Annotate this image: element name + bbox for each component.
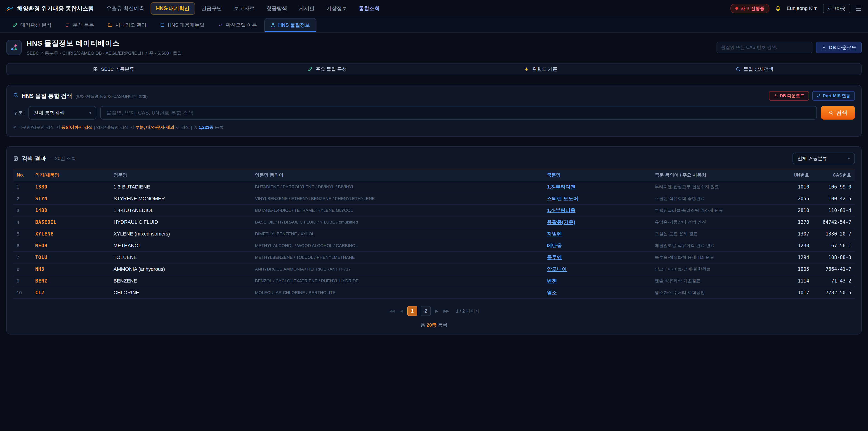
prev-page-button[interactable]: ◀ — [399, 307, 404, 315]
top-nav: 해양환경 위기대응 통합시스템 유출유 확산예측 HNS·대기확산 긴급구난 보… — [0, 0, 868, 17]
substance-korean-synonyms: 벤졸·석유화학 기초원료 — [651, 275, 779, 287]
results-table: No. 약자/제품명 영문명 영문명 동의어 국문명 국문 동의어 / 주요 사… — [13, 169, 855, 299]
nav-item-hns-air-dispersion[interactable]: HNS·대기확산 — [151, 2, 195, 15]
table-row[interactable]: 4 BASEOIL HYDRAULIC FLUID BASE OIL / HYD… — [13, 216, 855, 228]
substance-english-synonyms: DIMETHYLBENZENE / XYLOL — [251, 228, 544, 240]
search-category-select[interactable]: 전체 통합검색 ▾ — [29, 106, 96, 120]
sub-tab-bar: 대기확산 분석 분석 목록 시나리오 관리 HNS 대응매뉴얼 확산모델 이론 … — [0, 17, 868, 33]
table-row[interactable]: 3 14BD 1,4-BUTANEDIOL BUTANE-1,4-DIOL / … — [13, 205, 855, 216]
tab-scenario-management[interactable]: 시나리오 관리 — [101, 18, 153, 32]
page-info: 1 / 2 페이지 — [456, 308, 479, 314]
page-title: HNS 물질정보 데이터베이스 — [27, 38, 182, 49]
substance-korean-name-link[interactable]: 스티렌 모노머 — [547, 196, 578, 202]
substance-english-name: 1,3-BUTADIENE — [110, 181, 251, 193]
bell-icon[interactable] — [775, 5, 781, 11]
substance-korean-name-link[interactable]: 1,4-부탄디올 — [547, 208, 576, 213]
tab-hns-substance-info[interactable]: HNS 물질정보 — [264, 18, 316, 32]
integrated-search-input[interactable] — [100, 106, 817, 120]
table-row[interactable]: 2 STYN STYRENE MONOMER VINYLBENZENE / ET… — [13, 193, 855, 205]
col-abbr: 약자/제품명 — [32, 169, 110, 181]
substance-english-name: CHLORINE — [110, 287, 251, 299]
search-panel-title: HNS 물질 통합 검색 — [22, 92, 72, 100]
substance-korean-name-link[interactable]: 염소 — [547, 290, 557, 296]
table-row[interactable]: 1 13BD 1,3-BUTADIENE BUTADIENE / PYRROLY… — [13, 181, 855, 193]
substance-abbr: 14BD — [32, 205, 110, 216]
col-korean-name: 국문명 — [544, 169, 651, 181]
substance-korean-name-link[interactable]: 윤활유(기유) — [547, 219, 575, 225]
substance-english-synonyms: BUTANE-1,4-DIOL / TETRAMETHYLENE GLYCOL — [251, 205, 544, 216]
col-no: No. — [13, 169, 32, 181]
table-row[interactable]: 5 XYLENE XYLENE (mixed isomers) DIMETHYL… — [13, 228, 855, 240]
logout-button[interactable]: 로그아웃 — [823, 4, 850, 13]
substance-un-number: 1270 — [779, 216, 813, 228]
col-korean-synonyms: 국문 동의어 / 주요 사용처 — [651, 169, 779, 181]
substance-korean-name-link[interactable]: 1,3-부타디엔 — [547, 184, 576, 190]
nav-item-integrated-search[interactable]: 통합조회 — [353, 2, 385, 15]
portmis-link-button[interactable]: Port-MIS 연동 — [812, 91, 855, 100]
section-risk-criteria[interactable]: 위험도 기준 — [434, 63, 648, 75]
nav-item-weather[interactable]: 기상정보 — [321, 2, 352, 15]
substance-cas-number: 71-43-2 — [813, 275, 855, 287]
last-page-button[interactable]: ▶▶ — [442, 307, 450, 315]
tab-air-dispersion-analysis[interactable]: 대기확산 분석 — [6, 18, 58, 32]
section-sebc-classification[interactable]: SEBC 거동분류 — [7, 63, 220, 75]
substance-abbr: 13BD — [32, 181, 110, 193]
page-2-button[interactable]: 2 — [421, 306, 431, 316]
nav-item-reports[interactable]: 보고자료 — [228, 2, 260, 15]
col-english-name: 영문명 — [110, 169, 251, 181]
search-results-panel: 검색 결과 — 20건 조회 전체 거동분류 ▾ No. 약자/제품명 영문명 … — [6, 146, 862, 335]
substance-english-name: 1,4-BUTANEDIOL — [110, 205, 251, 216]
substance-un-number: 2055 — [779, 193, 813, 205]
flask-icon — [271, 23, 276, 28]
substance-korean-synonyms: 부틸렌글리콜·플라스틱 가소제 원료 — [651, 205, 779, 216]
tab-analysis-list[interactable]: 분석 목록 — [59, 18, 100, 32]
nav-item-board[interactable]: 게시판 — [293, 2, 320, 15]
substance-english-synonyms: BASE OIL / HYDRAULIC FLUID / Y LUBE / em… — [251, 216, 544, 228]
table-row[interactable]: 7 TOLU TOLUENE METHYLBENZENE / TOLUOL / … — [13, 251, 855, 263]
first-page-button[interactable]: ◀◀ — [388, 307, 396, 315]
table-row[interactable]: 8 NH3 AMMONIA (anhydrous) ANHYDROUS AMMO… — [13, 263, 855, 275]
substance-un-number: 1230 — [779, 240, 813, 251]
pencil-icon — [13, 23, 18, 28]
molecule-icon — [6, 40, 22, 55]
substance-korean-name-link[interactable]: 벤젠 — [547, 278, 557, 284]
list-icon — [65, 23, 70, 28]
nav-item-oil-spill-prediction[interactable]: 유출유 확산예측 — [101, 2, 150, 15]
substance-korean-name-link[interactable]: 암모니아 — [547, 266, 567, 272]
header-search-input[interactable] — [717, 41, 812, 53]
substance-un-number: 2810 — [779, 205, 813, 216]
section-key-properties[interactable]: 주요 물질 특성 — [220, 63, 434, 75]
substance-cas-number: 110-63-4 — [813, 205, 855, 216]
behavior-class-filter-select[interactable]: 전체 거동분류 ▾ — [793, 153, 855, 164]
tab-hns-response-manual[interactable]: HNS 대응매뉴얼 — [154, 18, 211, 32]
substance-korean-name-link[interactable]: 메탄올 — [547, 243, 562, 248]
substance-english-name: AMMONIA (anhydrous) — [110, 263, 251, 275]
table-row[interactable]: 10 CL2 CHLORINE MOLECULAR CHLORINE / BER… — [13, 287, 855, 299]
chevron-down-icon: ▾ — [848, 156, 850, 161]
results-title: 검색 결과 — [22, 155, 46, 162]
substance-cas-number: 7782-50-5 — [813, 287, 855, 299]
section-detail-search[interactable]: 물질 상세검색 — [648, 63, 861, 75]
page-subtitle: SEBC 거동분류 · CHRIS/CAMEO DB · AEGL/ERPG/I… — [27, 50, 182, 56]
nav-item-aerial-search[interactable]: 항공탐색 — [261, 2, 293, 15]
table-row[interactable]: 6 MEOH METHANOL METHYL ALCOHOL / WOOD AL… — [13, 240, 855, 251]
substance-english-synonyms: MOLECULAR CHLORINE / BERTHOLITE — [251, 287, 544, 299]
tab-dispersion-model-theory[interactable]: 확산모델 이론 — [212, 18, 264, 32]
col-cas-number: CAS번호 — [813, 169, 855, 181]
header-db-download-button[interactable]: DB 다운로드 — [816, 41, 862, 53]
substance-cas-number: 108-88-3 — [813, 251, 855, 263]
page-1-button[interactable]: 1 — [407, 306, 417, 316]
substance-korean-name-link[interactable]: 톨루엔 — [547, 254, 562, 260]
substance-abbr: XYLENE — [32, 228, 110, 240]
category-label: 구분: — [13, 110, 24, 116]
table-row[interactable]: 9 BENZ BENZENE BENZOL / CYCLOHEXATRIENE … — [13, 275, 855, 287]
substance-korean-name-link[interactable]: 자일렌 — [547, 231, 562, 237]
search-button[interactable]: 검색 — [821, 106, 855, 120]
db-download-chip-button[interactable]: DB 다운로드 — [769, 91, 809, 100]
pagination: ◀◀ ◀ 1 2 ▶ ▶▶ 1 / 2 페이지 — [13, 306, 855, 316]
next-page-button[interactable]: ▶ — [434, 307, 439, 315]
nav-item-emergency-rescue[interactable]: 긴급구난 — [196, 2, 228, 15]
brand[interactable]: 해양환경 위기대응 통합시스템 — [6, 5, 94, 12]
hamburger-menu-icon[interactable]: ☰ — [856, 5, 862, 12]
lightning-icon — [524, 67, 529, 72]
